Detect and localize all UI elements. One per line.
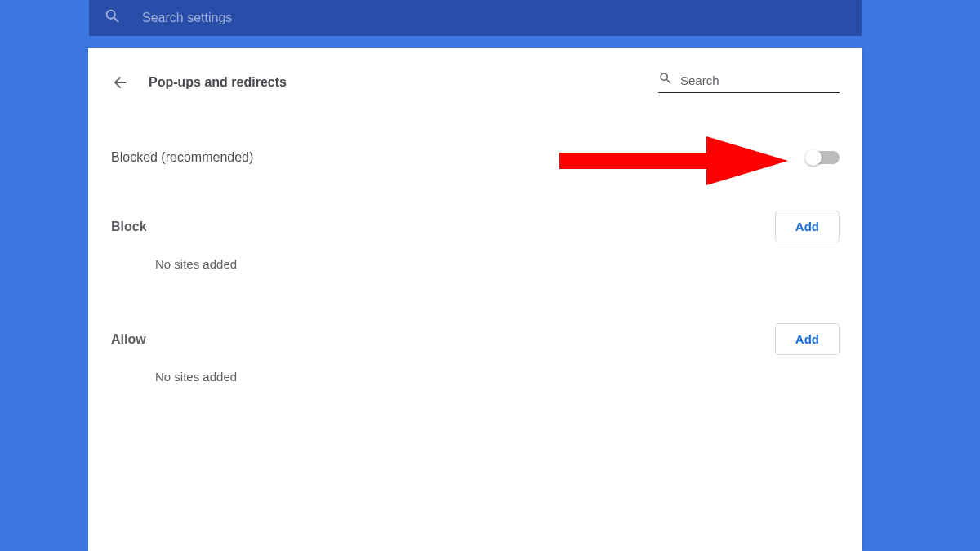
search-input[interactable] — [680, 73, 840, 87]
allow-empty-message: No sites added — [88, 370, 862, 384]
search-field[interactable] — [658, 71, 840, 93]
block-section-label: Block — [111, 220, 147, 234]
blocked-toggle[interactable] — [807, 151, 840, 164]
blocked-toggle-label: Blocked (recommended) — [111, 150, 253, 165]
block-empty-message: No sites added — [88, 257, 862, 271]
search-settings-bar[interactable]: Search settings — [89, 0, 862, 36]
allow-add-button[interactable]: Add — [775, 323, 840, 355]
block-add-button[interactable]: Add — [775, 211, 840, 242]
back-arrow-icon[interactable] — [111, 73, 129, 91]
search-icon — [658, 71, 673, 89]
search-settings-placeholder: Search settings — [142, 11, 232, 25]
search-icon — [104, 7, 122, 29]
page-title: Pop-ups and redirects — [149, 75, 287, 90]
allow-section-label: Allow — [111, 332, 146, 347]
toggle-knob — [805, 149, 822, 166]
settings-panel: Pop-ups and redirects Blocked (recommend… — [88, 48, 862, 551]
